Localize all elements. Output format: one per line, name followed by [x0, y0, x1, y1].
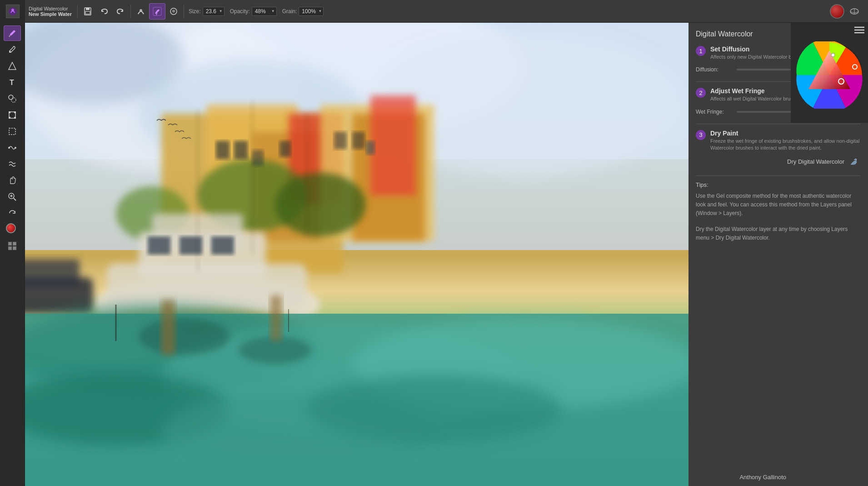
- painting: [25, 23, 688, 486]
- media-icon-button[interactable]: [846, 3, 863, 20]
- warp-tool-button[interactable]: [4, 140, 21, 155]
- opacity-param: Opacity: 48% 25% 50% 75% 100%: [230, 7, 277, 16]
- svg-line-10: [9, 35, 10, 37]
- zoom-tool-button[interactable]: [4, 189, 21, 205]
- left-panel: T: [0, 23, 25, 486]
- section-2-number: 2: [696, 88, 706, 98]
- toolbar-right: [830, 3, 868, 20]
- mixer-button[interactable]: [133, 3, 149, 20]
- size-select[interactable]: 23.6 10 20 30 50: [203, 7, 224, 16]
- tips-text-1: Use the Gel composite method for the mos…: [696, 192, 861, 218]
- tips-title: Tips:: [696, 181, 861, 188]
- svg-point-79: [139, 318, 229, 355]
- primary-color-button[interactable]: [830, 4, 844, 19]
- diffusion-label: Diffusion:: [696, 66, 737, 73]
- app-name: Digital Watercolor: [29, 6, 72, 11]
- svg-rect-3: [86, 8, 90, 10]
- tips-section: Tips: Use the Gel composite method for t…: [696, 181, 861, 243]
- dry-digital-watercolor-button[interactable]: Dry Digital Watercolor: [696, 155, 861, 168]
- redo-button[interactable]: [112, 3, 129, 20]
- section-3-desc: Freeze the wet fringe of existing brushs…: [710, 138, 861, 152]
- shape-tool-button[interactable]: [4, 58, 21, 74]
- divider-1: [77, 5, 78, 18]
- wet-fringe-label: Wet Fringe:: [696, 109, 737, 115]
- divider-3: [184, 5, 184, 18]
- dry-paint-icon: [848, 155, 861, 168]
- separator-2: [696, 124, 861, 124]
- opacity-label: Opacity:: [230, 8, 250, 15]
- clone-tool-button[interactable]: [4, 91, 21, 106]
- brush-name: New Simple Water: [29, 11, 72, 17]
- rotate-tool-button[interactable]: [4, 205, 21, 221]
- section-3-number: 3: [696, 130, 706, 140]
- svg-rect-56: [279, 141, 291, 157]
- size-wrapper[interactable]: 23.6 10 20 30 50: [203, 7, 224, 16]
- hamburger-menu[interactable]: [854, 26, 864, 36]
- section-1-number: 1: [696, 46, 706, 56]
- svg-line-25: [14, 198, 16, 200]
- grain-label: Grain:: [282, 8, 297, 15]
- transform-tool-button[interactable]: [4, 107, 21, 123]
- section-3-header: 3 Dry Paint Freeze the wet fringe of exi…: [696, 130, 861, 152]
- svg-rect-57: [334, 132, 347, 149]
- svg-point-1: [11, 9, 14, 11]
- brush-selector-button[interactable]: [149, 3, 165, 20]
- app-logo: [6, 5, 20, 18]
- svg-point-14: [9, 95, 13, 100]
- app-icon: [0, 0, 25, 23]
- svg-rect-53: [216, 141, 229, 159]
- svg-rect-18: [14, 111, 16, 113]
- svg-rect-20: [14, 117, 16, 119]
- svg-point-51: [275, 173, 366, 236]
- dry-paint-label: Dry Digital Watercolor: [787, 158, 844, 165]
- size-param: Size: 23.6 10 20 30 50: [189, 7, 224, 16]
- divider-2: [130, 5, 131, 18]
- svg-rect-55: [252, 150, 264, 166]
- svg-marker-12: [9, 62, 16, 70]
- svg-text:T: T: [10, 79, 14, 86]
- text-tool-button[interactable]: T: [4, 75, 21, 90]
- svg-point-15: [11, 98, 16, 102]
- size-label: Size:: [189, 8, 201, 15]
- save-button[interactable]: [80, 3, 96, 20]
- brush-tool-button[interactable]: [4, 25, 21, 41]
- section-3-title: Dry Paint: [710, 130, 861, 137]
- svg-rect-54: [234, 141, 248, 159]
- dw-section-3: 3 Dry Paint Freeze the wet fringe of exi…: [696, 130, 861, 168]
- undo-button[interactable]: [96, 3, 112, 20]
- grain-param: Grain: 100% 50% 75%: [282, 7, 324, 16]
- eyedropper-tool-button[interactable]: [4, 42, 21, 57]
- color-selector-button[interactable]: [4, 222, 21, 237]
- svg-point-11: [9, 51, 11, 53]
- svg-rect-17: [9, 111, 10, 113]
- grain-select[interactable]: 100% 50% 75%: [299, 7, 324, 16]
- svg-point-5: [140, 9, 142, 12]
- opacity-wrapper[interactable]: 48% 25% 50% 75% 100%: [252, 7, 277, 16]
- canvas-area[interactable]: [25, 23, 688, 486]
- svg-rect-21: [9, 128, 15, 135]
- svg-rect-58: [352, 132, 365, 149]
- section-3-title-group: Dry Paint Freeze the wet fringe of exist…: [710, 130, 861, 152]
- toolbar: Digital Watercolor New Simple Water: [0, 0, 868, 23]
- svg-rect-69: [25, 259, 80, 286]
- svg-rect-65: [180, 236, 202, 255]
- svg-rect-59: [366, 141, 375, 155]
- svg-point-23: [15, 147, 16, 149]
- opacity-select[interactable]: 48% 25% 50% 75% 100%: [252, 7, 277, 16]
- selection-tool-button[interactable]: [4, 124, 21, 139]
- pattern-tool-button[interactable]: [4, 238, 21, 254]
- hand-tool-button[interactable]: [4, 173, 21, 188]
- svg-rect-4: [85, 11, 90, 14]
- grain-wrapper[interactable]: 100% 50% 75%: [299, 7, 324, 16]
- svg-point-92: [831, 53, 835, 57]
- media-button[interactable]: [165, 3, 182, 20]
- svg-rect-84: [270, 296, 282, 341]
- color-wheel-svg[interactable]: [796, 41, 863, 109]
- svg-point-91: [838, 79, 844, 84]
- app-title: Digital Watercolor New Simple Water: [25, 6, 75, 17]
- color-panel: [791, 23, 868, 123]
- liquify-tool-button[interactable]: [4, 156, 21, 172]
- svg-rect-83: [161, 300, 175, 355]
- svg-rect-19: [9, 117, 10, 119]
- svg-point-22: [8, 147, 10, 149]
